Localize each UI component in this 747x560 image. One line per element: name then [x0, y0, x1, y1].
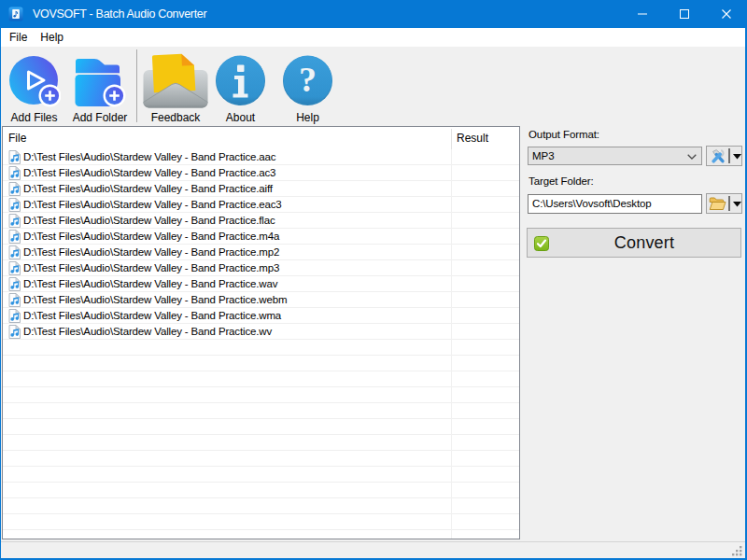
- file-path: D:\Test Files\Audio\Stardew Valley - Ban…: [23, 229, 279, 244]
- file-path: D:\Test Files\Audio\Stardew Valley - Ban…: [23, 292, 287, 307]
- list-header: File Result: [3, 127, 519, 149]
- list-body: D:\Test Files\Audio\Stardew Valley - Ban…: [3, 149, 519, 539]
- audio-file-icon: [8, 293, 21, 307]
- help-label: Help: [283, 111, 332, 124]
- file-row[interactable]: D:\Test Files\Audio\Stardew Valley - Ban…: [3, 292, 519, 308]
- file-path: D:\Test Files\Audio\Stardew Valley - Ban…: [23, 276, 277, 291]
- button-divider: [728, 196, 730, 211]
- checkbox-checked-icon: [534, 236, 549, 251]
- target-folder-value: C:\Users\Vovsoft\Desktop: [532, 195, 651, 213]
- audio-file-icon: [8, 261, 21, 275]
- audio-file-icon: [8, 166, 21, 180]
- audio-file-icon: [8, 277, 21, 291]
- about-label: About: [216, 111, 265, 124]
- convert-button[interactable]: Convert: [527, 228, 741, 258]
- output-format-value: MP3: [532, 147, 555, 164]
- file-path: D:\Test Files\Audio\Stardew Valley - Ban…: [23, 165, 275, 180]
- file-row[interactable]: D:\Test Files\Audio\Stardew Valley - Ban…: [3, 245, 519, 260]
- minimize-button[interactable]: [621, 0, 663, 28]
- add-folder-button[interactable]: Add Folder: [72, 55, 128, 124]
- file-path: D:\Test Files\Audio\Stardew Valley - Ban…: [23, 181, 273, 196]
- file-row[interactable]: D:\Test Files\Audio\Stardew Valley - Ban…: [3, 165, 519, 181]
- browse-folder-button[interactable]: [706, 193, 742, 214]
- audio-file-icon: [8, 245, 21, 259]
- target-folder-input[interactable]: C:\Users\Vovsoft\Desktop: [528, 194, 702, 214]
- file-path: D:\Test Files\Audio\Stardew Valley - Ban…: [23, 308, 281, 323]
- help-question-icon: ?: [283, 55, 332, 107]
- resize-grip[interactable]: [732, 546, 743, 557]
- dropdown-arrow-icon: [733, 202, 741, 207]
- file-path: D:\Test Files\Audio\Stardew Valley - Ban…: [23, 245, 279, 259]
- file-path: D:\Test Files\Audio\Stardew Valley - Ban…: [23, 197, 282, 212]
- file-row[interactable]: D:\Test Files\Audio\Stardew Valley - Ban…: [3, 149, 519, 165]
- about-info-icon: [216, 55, 265, 107]
- svg-text:?: ?: [299, 60, 317, 99]
- feedback-envelope-icon: [141, 52, 210, 108]
- output-format-label: Output Format:: [529, 129, 599, 140]
- help-button[interactable]: ? Help: [283, 55, 332, 124]
- menu-file[interactable]: File: [3, 28, 34, 47]
- feedback-label: Feedback: [141, 111, 210, 124]
- file-row[interactable]: D:\Test Files\Audio\Stardew Valley - Ban…: [3, 276, 519, 292]
- format-options-button[interactable]: [706, 146, 742, 166]
- app-icon: [8, 7, 23, 21]
- close-icon: [722, 9, 731, 19]
- target-folder-label: Target Folder:: [529, 175, 594, 187]
- menubar: File Help: [1, 28, 745, 47]
- toolbar: Add Files Add Folder: [1, 47, 745, 126]
- file-row[interactable]: D:\Test Files\Audio\Stardew Valley - Ban…: [3, 197, 519, 213]
- convert-label: Convert: [614, 233, 674, 253]
- file-path: D:\Test Files\Audio\Stardew Valley - Ban…: [23, 260, 279, 275]
- statusbar: [1, 542, 745, 558]
- audio-file-icon: [8, 198, 21, 212]
- add-folder-icon: [73, 55, 127, 107]
- add-folder-label: Add Folder: [72, 111, 128, 124]
- options-panel: Output Format: MP3 Target Folder: C:\Use…: [521, 126, 745, 542]
- button-divider: [728, 148, 730, 163]
- open-folder-icon: [709, 196, 726, 212]
- file-path: D:\Test Files\Audio\Stardew Valley - Ban…: [23, 149, 275, 164]
- about-button[interactable]: About: [216, 55, 265, 124]
- file-row[interactable]: D:\Test Files\Audio\Stardew Valley - Ban…: [3, 229, 519, 245]
- feedback-button[interactable]: Feedback: [141, 55, 210, 124]
- audio-file-icon: [8, 150, 21, 164]
- window-title: VOVSOFT - Batch Audio Converter: [33, 0, 206, 28]
- window-controls: [621, 0, 747, 28]
- add-files-button[interactable]: Add Files: [7, 55, 61, 124]
- column-header-file[interactable]: File: [8, 127, 26, 149]
- chevron-down-icon: [687, 154, 697, 160]
- audio-file-icon: [8, 230, 21, 244]
- menu-help[interactable]: Help: [34, 28, 70, 47]
- file-row[interactable]: D:\Test Files\Audio\Stardew Valley - Ban…: [3, 181, 519, 197]
- file-list: File Result D:\Test Files\Audio\Stardew …: [2, 126, 520, 539]
- file-path: D:\Test Files\Audio\Stardew Valley - Ban…: [23, 213, 275, 228]
- output-format-select[interactable]: MP3: [528, 147, 702, 165]
- audio-file-icon: [8, 182, 21, 196]
- toolbar-separator: [136, 49, 137, 122]
- file-path: D:\Test Files\Audio\Stardew Valley - Ban…: [23, 324, 272, 339]
- maximize-button[interactable]: [663, 0, 705, 28]
- app-window: VOVSOFT - Batch Audio Converter File Hel…: [0, 0, 747, 560]
- titlebar: VOVSOFT - Batch Audio Converter: [0, 0, 747, 28]
- file-row[interactable]: D:\Test Files\Audio\Stardew Valley - Ban…: [3, 308, 519, 324]
- dropdown-arrow-icon: [733, 154, 741, 160]
- file-row[interactable]: D:\Test Files\Audio\Stardew Valley - Ban…: [3, 324, 519, 340]
- column-header-result[interactable]: Result: [457, 127, 488, 149]
- file-row[interactable]: D:\Test Files\Audio\Stardew Valley - Ban…: [3, 260, 519, 276]
- add-files-icon: [8, 55, 61, 107]
- tools-icon: [710, 148, 726, 165]
- column-divider[interactable]: [451, 129, 452, 149]
- audio-file-icon: [8, 214, 21, 228]
- window-border-left: [0, 28, 1, 560]
- audio-file-icon: [8, 309, 21, 323]
- minimize-icon: [638, 9, 647, 19]
- audio-file-icon: [8, 325, 21, 339]
- maximize-icon: [680, 9, 689, 19]
- close-button[interactable]: [705, 0, 747, 28]
- add-files-label: Add Files: [7, 111, 61, 124]
- file-row[interactable]: D:\Test Files\Audio\Stardew Valley - Ban…: [3, 213, 519, 229]
